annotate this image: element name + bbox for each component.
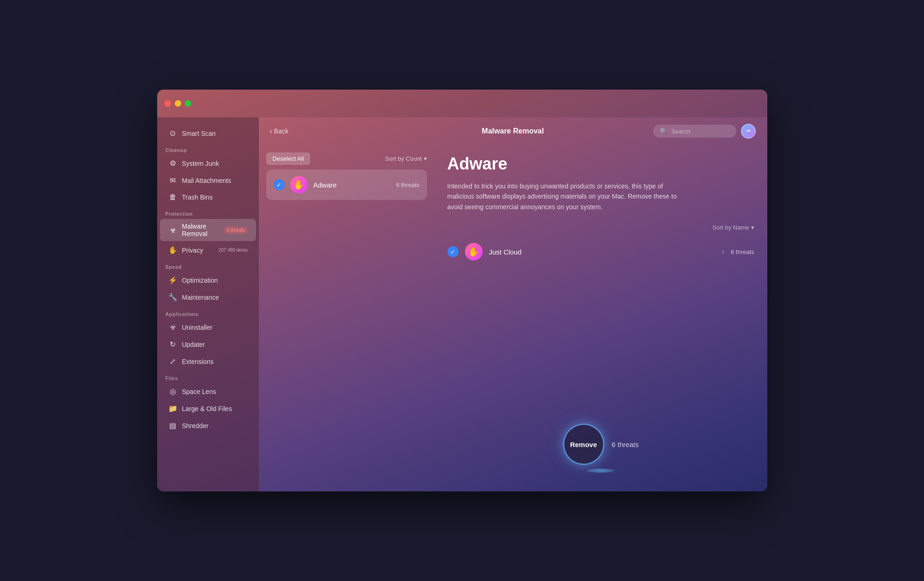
- sidebar-label-space-lens: Space Lens: [182, 388, 248, 395]
- sort-count-arrow-icon: ▾: [424, 155, 427, 162]
- space-lens-icon: ◎: [168, 387, 177, 396]
- sidebar-item-extensions[interactable]: ⤢ Extensions: [160, 353, 256, 369]
- sidebar-item-maintenance[interactable]: 🔧 Maintenance: [160, 289, 256, 305]
- sidebar-item-large-old-files[interactable]: 📁 Large & Old Files: [160, 400, 256, 417]
- adware-detail-title: Adware: [447, 154, 754, 174]
- titlebar: [157, 90, 767, 117]
- remove-button[interactable]: Remove: [563, 424, 604, 465]
- sidebar-item-uninstaller[interactable]: ☣ Uninstaller: [160, 319, 256, 335]
- adware-detail-description: Intended to trick you into buying unwant…: [447, 181, 688, 212]
- sidebar-item-optimization[interactable]: ⚡ Optimization: [160, 272, 256, 288]
- right-panel: Adware Intended to trick you into buying…: [434, 145, 767, 491]
- malware-icon: ☣: [168, 226, 177, 235]
- privacy-icon: ✋: [168, 246, 177, 254]
- sidebar-label-updater: Updater: [182, 341, 248, 348]
- sidebar-label-shredder: Shredder: [182, 422, 248, 430]
- remove-glow-decoration: [587, 468, 615, 473]
- optimization-icon: ⚡: [168, 276, 177, 284]
- updater-icon: ↻: [168, 340, 177, 349]
- minimize-button[interactable]: [175, 100, 181, 107]
- bottom-action-bar: Remove 6 threats: [563, 424, 638, 473]
- extensions-icon: ⤢: [168, 357, 177, 366]
- adware-checkbox[interactable]: ✓: [274, 179, 285, 190]
- back-label: Back: [274, 127, 288, 135]
- search-icon: 🔍: [660, 127, 667, 135]
- section-label-applications: Applications: [157, 306, 259, 319]
- smart-scan-icon: ⊙: [168, 129, 177, 138]
- sidebar-label-maintenance: Maintenance: [182, 294, 248, 301]
- system-junk-icon: ⚙: [168, 159, 177, 168]
- shredder-icon: ▤: [168, 421, 177, 430]
- just-cloud-count: 6 threats: [731, 248, 754, 255]
- page-title: Malware Removal: [482, 127, 544, 135]
- just-cloud-icon: ✋: [465, 243, 483, 260]
- sidebar: ⊙ Smart Scan Cleanup ⚙ System Junk ✉ Mai…: [157, 117, 259, 491]
- sidebar-label-trash-bins: Trash Bins: [182, 194, 248, 201]
- section-label-files: Files: [157, 370, 259, 383]
- sidebar-label-system-junk: System Junk: [182, 160, 248, 167]
- left-panel: Deselect All Sort by Count ▾ ✓ ✋ Adware …: [259, 145, 434, 491]
- sidebar-item-shredder[interactable]: ▤ Shredder: [160, 418, 256, 434]
- content-area: ‹ Back Malware Removal 🔍 ••: [259, 117, 767, 491]
- maintenance-icon: 🔧: [168, 293, 177, 302]
- remove-count-label: 6 threats: [612, 441, 638, 448]
- search-input[interactable]: [671, 128, 730, 135]
- sidebar-item-malware-removal[interactable]: ☣ Malware Removal 6 threats: [160, 219, 256, 241]
- sidebar-label-malware-removal: Malware Removal: [182, 223, 220, 237]
- search-bar[interactable]: 🔍: [653, 125, 736, 138]
- traffic-lights: [165, 100, 191, 107]
- header-right: 🔍 ••: [653, 124, 756, 139]
- sidebar-item-mail-attachments[interactable]: ✉ Mail Attachments: [160, 172, 256, 188]
- sort-by-count-dropdown[interactable]: Sort by Count ▾: [385, 155, 427, 162]
- app-window: ⊙ Smart Scan Cleanup ⚙ System Junk ✉ Mai…: [157, 90, 767, 491]
- sort-name-arrow-icon: ▾: [751, 224, 754, 231]
- just-cloud-checkbox[interactable]: ✓: [447, 246, 459, 257]
- close-button[interactable]: [165, 100, 171, 107]
- sidebar-item-system-junk[interactable]: ⚙ System Junk: [160, 155, 256, 171]
- malware-badge: 6 threats: [224, 227, 248, 234]
- adware-name: Adware: [313, 181, 391, 189]
- sidebar-label-large-old-files: Large & Old Files: [182, 405, 248, 412]
- content-header: ‹ Back Malware Removal 🔍 ••: [259, 117, 767, 145]
- panel-toolbar: Deselect All Sort by Count ▾: [266, 152, 427, 165]
- just-cloud-chevron-icon: ›: [722, 248, 724, 256]
- sidebar-item-privacy[interactable]: ✋ Privacy 207 480 items: [160, 242, 256, 258]
- sort-by-name-dropdown[interactable]: Sort by Name ▾: [447, 224, 754, 231]
- sidebar-label-mail-attachments: Mail Attachments: [182, 177, 248, 184]
- sidebar-item-smart-scan[interactable]: ⊙ Smart Scan: [160, 125, 256, 141]
- uninstaller-icon: ☣: [168, 323, 177, 332]
- back-button[interactable]: ‹ Back: [270, 127, 288, 135]
- sort-count-label: Sort by Count: [385, 155, 422, 162]
- section-label-cleanup: Cleanup: [157, 142, 259, 155]
- sidebar-label-optimization: Optimization: [182, 277, 248, 284]
- sidebar-label-privacy: Privacy: [182, 247, 214, 254]
- sidebar-item-space-lens[interactable]: ◎ Space Lens: [160, 383, 256, 399]
- just-cloud-name: Just Cloud: [489, 248, 716, 256]
- remove-row: Remove 6 threats: [563, 424, 638, 465]
- sidebar-item-label: Smart Scan: [182, 130, 248, 137]
- sidebar-item-updater[interactable]: ↻ Updater: [160, 336, 256, 352]
- sidebar-label-extensions: Extensions: [182, 358, 248, 365]
- main-layout: ⊙ Smart Scan Cleanup ⚙ System Junk ✉ Mai…: [157, 117, 767, 491]
- threat-item-adware[interactable]: ✓ ✋ Adware 6 threats: [266, 169, 427, 200]
- trash-icon: 🗑: [168, 193, 177, 201]
- avatar-icon: ••: [747, 128, 750, 134]
- maximize-button[interactable]: [185, 100, 191, 107]
- avatar-button[interactable]: ••: [741, 124, 756, 139]
- section-label-protection: Protection: [157, 206, 259, 218]
- adware-count: 6 threats: [396, 182, 420, 188]
- mail-icon: ✉: [168, 176, 177, 185]
- sidebar-label-uninstaller: Uninstaller: [182, 324, 248, 331]
- threat-entry-just-cloud[interactable]: ✓ ✋ Just Cloud › 6 threats: [447, 238, 754, 265]
- sidebar-item-trash-bins[interactable]: 🗑 Trash Bins: [160, 189, 256, 205]
- back-chevron-icon: ‹: [270, 127, 272, 135]
- sort-name-label: Sort by Name: [712, 224, 749, 231]
- deselect-all-button[interactable]: Deselect All: [266, 152, 311, 165]
- adware-icon: ✋: [290, 176, 308, 194]
- large-files-icon: 📁: [168, 404, 177, 413]
- privacy-badge: 207 480 items: [219, 248, 248, 253]
- panel-container: Deselect All Sort by Count ▾ ✓ ✋ Adware …: [259, 145, 767, 491]
- section-label-speed: Speed: [157, 259, 259, 272]
